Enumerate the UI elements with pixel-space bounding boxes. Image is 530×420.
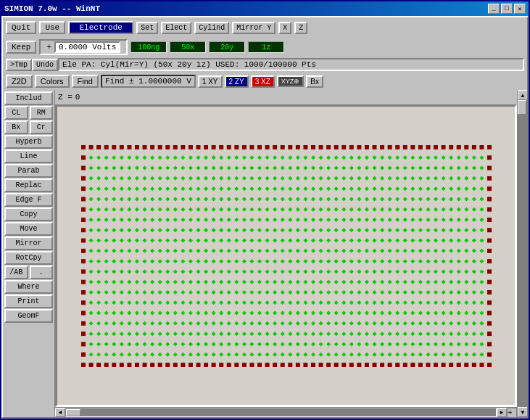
cr-button[interactable]: Cr [30, 120, 54, 134]
svg-rect-1153 [219, 363, 223, 367]
middle-area: Includ CL RM Bx Cr Hyperb Line Parab Rep… [3, 90, 527, 417]
svg-rect-12 [165, 145, 170, 149]
horizontal-scrollbar-track[interactable] [65, 408, 497, 417]
left-panel: Includ CL RM Bx Cr Hyperb Line Parab Rep… [3, 90, 55, 417]
z-button[interactable]: Z [294, 22, 307, 34]
mirror-y-button[interactable]: Mirror Y [232, 22, 276, 34]
svg-rect-1187 [479, 363, 484, 367]
electrode-visualization [76, 140, 497, 372]
svg-rect-36 [349, 145, 353, 149]
maximize-button[interactable]: □ [501, 4, 513, 14]
tmp-button[interactable]: >Tmp [6, 59, 32, 71]
svg-rect-810 [487, 290, 492, 295]
dot-button[interactable]: . [30, 265, 54, 279]
scroll-right-button[interactable]: ► [497, 408, 507, 417]
where-button[interactable]: Where [4, 280, 53, 294]
svg-rect-54 [487, 145, 492, 149]
line-button[interactable]: Line [4, 149, 53, 163]
geomf-button[interactable]: GeomF [4, 309, 53, 323]
svg-rect-540 [487, 238, 492, 242]
print-button[interactable]: Print [4, 295, 53, 308]
elect-button[interactable]: Elect [161, 22, 191, 34]
svg-rect-32 [318, 145, 323, 149]
plus-label: + [46, 43, 51, 52]
svg-rect-1150 [196, 363, 200, 367]
hyperb-button[interactable]: Hyperb [4, 135, 53, 149]
svg-rect-13 [173, 145, 177, 149]
minimize-button[interactable]: _ [488, 4, 500, 14]
cl-button[interactable]: CL [4, 106, 28, 120]
svg-rect-1140 [119, 363, 123, 367]
edge-f-button[interactable]: Edge F [4, 193, 53, 207]
parab-button[interactable]: Parab [4, 164, 53, 178]
vertical-scrollbar-track[interactable] [518, 100, 527, 407]
toolbar-row2: Keep + 0.0000 Volts 100ng 50x 20y 1z [3, 38, 527, 57]
vertical-scrollbar-thumb[interactable] [518, 100, 526, 115]
z2d-button[interactable]: Z2D [6, 75, 33, 88]
cylind-button[interactable]: Cylind [194, 22, 229, 34]
keep-button[interactable]: Keep [6, 41, 36, 54]
svg-rect-7 [127, 145, 131, 149]
svg-rect-5 [112, 145, 116, 149]
right-scrollbar[interactable]: ▲ ▼ [517, 90, 527, 417]
rm-button[interactable]: RM [30, 106, 54, 120]
horizontal-scrollbar-thumb[interactable] [66, 409, 80, 416]
svg-rect-28 [288, 145, 292, 149]
includ-button[interactable]: Includ [4, 91, 53, 105]
svg-rect-1147 [173, 363, 177, 367]
bx-button[interactable]: Bx [4, 120, 28, 134]
set-button[interactable]: Set [136, 22, 158, 34]
view1-button[interactable]: 1 XY [198, 75, 223, 88]
use-button[interactable]: Use [39, 21, 65, 34]
svg-rect-541 [81, 248, 86, 252]
view2-button[interactable]: 2 ZY [225, 75, 249, 88]
colors-button[interactable]: Colors [35, 75, 70, 88]
svg-rect-486 [487, 228, 492, 232]
svg-rect-40 [380, 145, 384, 149]
find-button[interactable]: Find [72, 75, 99, 88]
move-button[interactable]: Move [4, 222, 53, 236]
mirror-button[interactable]: Mirror [4, 236, 53, 250]
indicator3: 20y [209, 41, 245, 53]
svg-rect-48 [441, 145, 445, 149]
bottom-scrollbar[interactable]: ◄ ► + [55, 407, 517, 417]
main-content: Quit Use Electrode Set Elect Cylind Mirr… [1, 16, 529, 419]
rotcpy-button[interactable]: RotCpy [4, 251, 53, 265]
view3-button[interactable]: 3 XZ [251, 75, 275, 88]
title-bar: SIMION 7.0w -- WinNT _ □ ✕ [1, 1, 529, 16]
svg-rect-1160 [273, 363, 277, 367]
close-button[interactable]: ✕ [514, 4, 526, 14]
x-button[interactable]: X [278, 22, 291, 34]
status-text: Ele PA: Cyl(Mir=Y) (50x 20y 1z) USED: 10… [62, 60, 316, 69]
svg-rect-46 [426, 145, 430, 149]
svg-rect-45 [418, 145, 422, 149]
copy-button[interactable]: Copy [4, 207, 53, 221]
view4-button[interactable]: XYZ⊕ [277, 75, 305, 87]
svg-rect-51 [464, 145, 468, 149]
cl-rm-row: CL RM [4, 106, 53, 120]
indicator4: 1z [248, 41, 284, 53]
electrode-button[interactable]: Electrode [68, 21, 133, 34]
scroll-left-button[interactable]: ◄ [55, 408, 65, 417]
scroll-up-button[interactable]: ▲ [518, 90, 527, 100]
undo-button[interactable]: Undo [32, 59, 58, 71]
svg-rect-29 [295, 145, 299, 149]
svg-rect-31 [310, 145, 315, 149]
scroll-down-button[interactable]: ▼ [518, 407, 527, 417]
drawing-canvas[interactable] [55, 104, 517, 407]
svg-rect-43 [402, 145, 407, 149]
svg-rect-9 [142, 145, 146, 149]
svg-rect-1144 [150, 363, 154, 367]
svg-rect-42 [395, 145, 399, 149]
replac-button[interactable]: Replac [4, 178, 53, 192]
svg-rect-17 [204, 145, 208, 149]
quit-button[interactable]: Quit [6, 21, 36, 34]
svg-rect-38 [364, 145, 368, 149]
svg-rect-1182 [441, 363, 445, 367]
view5-button[interactable]: Bx [306, 75, 323, 88]
svg-rect-33 [326, 145, 331, 149]
svg-rect-1154 [226, 363, 231, 367]
svg-rect-1149 [188, 363, 192, 367]
slash-ab-button[interactable]: /AB [4, 265, 28, 279]
svg-rect-47 [434, 145, 438, 149]
